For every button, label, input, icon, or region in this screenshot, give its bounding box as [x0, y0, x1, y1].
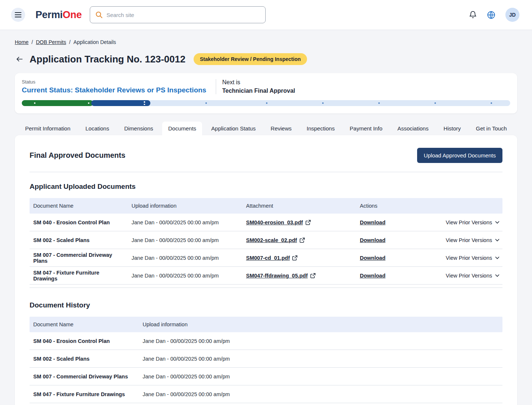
- progress-milestone-dot: [322, 102, 324, 104]
- next-status-block: Next is Technician Final Approval: [216, 79, 295, 94]
- upload-approved-documents-button[interactable]: Upload Approved Documents: [417, 148, 502, 163]
- progress-milestone-dot: [34, 102, 35, 104]
- document-name: SM 007 - Commercial Driveway Plans: [30, 252, 128, 264]
- document-name: SM 047 - Fixture Furniture Drawings: [30, 391, 139, 397]
- external-link-icon: [310, 273, 316, 278]
- view-prior-versions-toggle[interactable]: View Prior Versions: [446, 273, 499, 279]
- tab-locations[interactable]: Locations: [79, 122, 115, 135]
- search-input[interactable]: [106, 12, 260, 18]
- view-prior-versions-toggle[interactable]: View Prior Versions: [446, 255, 499, 261]
- breadcrumb-separator: /: [69, 39, 71, 45]
- tab-associations[interactable]: Associations: [392, 122, 434, 135]
- upload-information: Jane Dan - 00/00/2025 00:00 am/pm: [128, 255, 242, 261]
- download-link[interactable]: Download: [360, 255, 385, 261]
- current-status-text: Current Status: Stakeholder Reviews or P…: [22, 86, 206, 94]
- column-header-attachment: Attachment: [242, 203, 356, 209]
- notifications-button[interactable]: [469, 11, 477, 19]
- chevron-down-icon: [495, 221, 499, 224]
- tab-history[interactable]: History: [438, 122, 467, 135]
- attachment-link[interactable]: SM002-scale_02.pdf: [246, 237, 305, 243]
- upload-information: Jane Dan - 00/00/2025 00:00 am/pm: [139, 356, 502, 362]
- column-header-document-name: Document Name: [30, 321, 139, 327]
- upload-information: Jane Dan - 00/00/2025 00:00 am/pm: [139, 391, 502, 397]
- upload-information: Jane Dan - 00/00/2025 00:00 am/pm: [139, 374, 502, 380]
- page-title: Application Tracking No. 123-0012: [30, 54, 185, 65]
- view-prior-versions-toggle[interactable]: View Prior Versions: [446, 219, 499, 225]
- document-name: SM 002 - Scaled Plans: [30, 237, 128, 243]
- uploaded-documents-table: Document Name Upload information Attachm…: [30, 198, 502, 288]
- globe-icon: [487, 10, 496, 20]
- next-status-text: Technician Final Approval: [222, 88, 295, 94]
- avatar[interactable]: JD: [505, 8, 519, 22]
- status-card: Status Current Status: Stakeholder Revie…: [15, 73, 517, 113]
- table-row: SM 047 - Fixture Furniture Drawings Jane…: [30, 385, 502, 403]
- document-name: SM 002 - Scaled Plans: [30, 356, 139, 362]
- progress-milestone-dot: [378, 102, 380, 104]
- tab-application-status[interactable]: Application Status: [205, 122, 262, 135]
- attachment-link[interactable]: SM047-ffdrawing_05.pdf: [246, 273, 316, 279]
- document-name: SM 040 - Erosion Control Plan: [30, 338, 139, 344]
- status-progress-bar: [22, 100, 510, 106]
- documents-panel: Final Approved Documents Upload Approved…: [15, 135, 517, 405]
- attachment-link[interactable]: SM007-cd_01.pdf: [246, 255, 297, 261]
- hamburger-menu-button[interactable]: [11, 8, 25, 22]
- tab-inspections[interactable]: Inspections: [301, 122, 341, 135]
- table-end-rule: [30, 287, 502, 288]
- applicant-uploaded-documents-heading: Applicant Uploaded Documents: [30, 183, 502, 191]
- view-prior-versions-toggle[interactable]: View Prior Versions: [446, 237, 499, 243]
- tab-bar: Permit Information Locations Dimensions …: [15, 122, 517, 135]
- next-label: Next is: [222, 79, 295, 86]
- table-header-row: Document Name Upload information: [30, 317, 502, 332]
- chevron-down-icon: [495, 256, 499, 259]
- table-row: SM 047 - Fixture Furniture Drawings Jane…: [30, 267, 502, 285]
- document-history-heading: Document History: [30, 301, 502, 309]
- column-header-upload-information: Upload information: [139, 321, 502, 327]
- tab-reviews[interactable]: Reviews: [265, 122, 298, 135]
- tab-dimensions[interactable]: Dimensions: [118, 122, 159, 135]
- back-button[interactable]: [15, 55, 24, 64]
- language-button[interactable]: [487, 10, 496, 20]
- document-name: SM 040 - Erosion Control Plan: [30, 219, 128, 225]
- progress-segment-current: [91, 100, 150, 106]
- table-row: SM 002 - Scaled Plans Jane Dan - 00/00/2…: [30, 231, 502, 249]
- document-history-table: Document Name Upload information SM 040 …: [30, 317, 502, 405]
- column-header-upload-information: Upload information: [128, 203, 242, 209]
- upload-information: Jane Dan - 00/00/2025 00:00 am/pm: [128, 273, 242, 279]
- table-header-row: Document Name Upload information Attachm…: [30, 198, 502, 214]
- tab-payment-info[interactable]: Payment Info: [344, 122, 388, 135]
- download-link[interactable]: Download: [360, 237, 385, 243]
- progress-milestone-dot: [491, 102, 492, 104]
- column-header-actions: Actions: [356, 203, 502, 209]
- final-approved-documents-heading: Final Approved Documents: [30, 151, 125, 160]
- tab-documents[interactable]: Documents: [162, 122, 202, 135]
- progress-current-indicator: [144, 101, 145, 105]
- topbar: PermiOne JD: [0, 0, 532, 30]
- back-arrow-icon: [16, 56, 23, 62]
- breadcrumb-home[interactable]: Home: [15, 39, 28, 45]
- table-row: SM 007 - Commercial Driveway Plans Jane …: [30, 368, 502, 385]
- logo-text-red: One: [63, 9, 82, 20]
- progress-milestone-dot: [205, 102, 207, 104]
- table-row: SM 002 - Scaled Plans Jane Dan - 00/00/2…: [30, 350, 502, 368]
- status-label: Status: [22, 79, 206, 85]
- status-badge: Stakeholder Review / Pending Inspection: [194, 53, 307, 65]
- progress-milestone-dot: [434, 102, 436, 104]
- table-row: SM 040 - Erosion Control Plan Jane Dan -…: [30, 332, 502, 350]
- table-row: SM 007 - Commercial Driveway Plans Jane …: [30, 249, 502, 267]
- document-name: SM 047 - Fixture Furniture Drawings: [30, 270, 128, 282]
- external-link-icon: [306, 220, 311, 225]
- attachment-link[interactable]: SM040-erosion_03.pdf: [246, 219, 311, 225]
- upload-information: Jane Dan - 00/00/2025 00:00 am/pm: [128, 237, 242, 243]
- breadcrumb-separator: /: [31, 39, 33, 45]
- download-link[interactable]: Download: [360, 273, 385, 279]
- breadcrumb-dob-permits[interactable]: DOB Permits: [36, 39, 66, 45]
- breadcrumb-current: Application Details: [74, 39, 116, 45]
- current-status-block: Status Current Status: Stakeholder Revie…: [22, 79, 206, 94]
- site-search[interactable]: [90, 6, 266, 23]
- external-link-icon: [300, 238, 305, 243]
- tab-get-in-touch[interactable]: Get in Touch: [470, 122, 513, 135]
- download-link[interactable]: Download: [360, 219, 385, 225]
- tab-permit-information[interactable]: Permit Information: [19, 122, 76, 135]
- app-logo[interactable]: PermiOne: [35, 9, 82, 21]
- bell-icon: [469, 11, 477, 19]
